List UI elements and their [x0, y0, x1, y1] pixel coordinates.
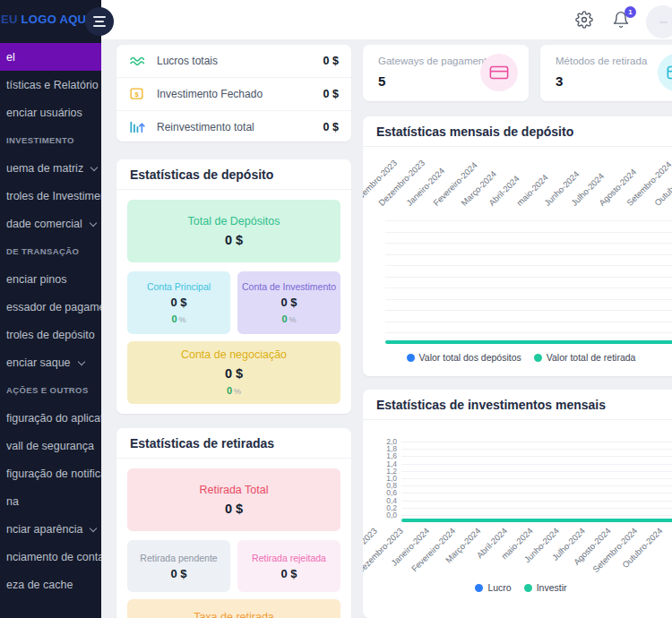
legend-label: Lucro — [487, 582, 511, 593]
totals-card: Lucros totais0 $$Investimento Fechado0 $… — [116, 45, 351, 142]
total-withdraw-box: Retirada Total 0 $ — [127, 468, 340, 531]
gateways-card: Gateways de pagamento 5 — [363, 45, 529, 101]
rejected-withdraw-value: 0 $ — [280, 567, 297, 580]
sidebar-item-label: el — [6, 51, 15, 64]
gridline — [401, 471, 672, 472]
legend-dot — [524, 584, 532, 592]
avatar-placeholder-dash — [659, 21, 668, 23]
chevron-down-icon — [77, 357, 84, 365]
deposit-stats-card: Estatísticas de depósito Total de Depósi… — [116, 159, 351, 414]
chevron-down-icon — [90, 163, 98, 170]
gridline — [385, 332, 672, 333]
sidebar-item-label: uema de matriz — [6, 162, 83, 175]
sidebar-item[interactable]: troles de Investimento — [0, 182, 101, 210]
dollar-tag-icon: $ — [129, 87, 149, 102]
sidebar-item[interactable]: nciar aparência — [0, 515, 101, 543]
gridline — [401, 464, 672, 465]
gridline — [385, 322, 672, 322]
avatar[interactable] — [646, 5, 672, 39]
sidebar-item[interactable]: tísticas e Relatório — [0, 71, 101, 99]
main-account-pct: 0% — [171, 311, 185, 325]
total-deposits-label: Total de Depósitos — [188, 215, 280, 227]
sidebar-item-label: enciar saque — [6, 356, 71, 369]
rejected-withdraw-label: Retirada rejeitada — [252, 553, 326, 563]
svg-text:$: $ — [134, 90, 139, 98]
sidebar-item-label: figuração do aplicativo — [6, 412, 101, 425]
totals-row-value: 0 $ — [323, 88, 339, 100]
gridline — [385, 310, 672, 311]
sidebar-item[interactable]: nciamento de contatos — [0, 543, 101, 571]
main-account-box: Conta Principal 0 $ 0% — [127, 271, 230, 334]
main-account-value: 0 $ — [170, 296, 186, 309]
sidebar-section-label: AÇÕES E OUTROS — [0, 376, 101, 404]
sidebar-item[interactable]: enciar pinos — [0, 265, 101, 293]
rejected-withdraw-box: Retirada rejeitada 0 $ — [237, 540, 340, 592]
sidebar-item[interactable]: essador de pagamento — [0, 293, 101, 321]
sidebar-item[interactable]: enciar usuários — [0, 99, 101, 126]
total-deposits-box: Total de Depósitos 0 $ — [127, 200, 340, 262]
sidebar-item-label: enciar pinos — [6, 273, 66, 286]
sidebar-item[interactable]: figuração de notificação — [0, 459, 101, 487]
sidebar-item-label: figuração de notificação — [6, 468, 101, 480]
sidebar-item[interactable]: el — [0, 43, 101, 71]
pending-withdraw-value: 0 $ — [170, 567, 186, 580]
pending-withdraw-box: Retirada pendente 0 $ — [127, 540, 230, 592]
total-deposits-value: 0 $ — [225, 233, 243, 247]
main-account-label: Conta Principal — [147, 281, 211, 292]
totals-row-value: 0 $ — [323, 121, 339, 133]
sidebar-item-label: na — [6, 495, 19, 508]
totals-row: Lucros totais0 $ — [116, 45, 351, 77]
gateways-value: 5 — [378, 73, 385, 89]
trading-account-value: 0 $ — [225, 366, 243, 381]
sidebar-item[interactable]: uema de matriz — [0, 154, 101, 182]
chevron-down-icon — [90, 524, 97, 531]
gridline — [401, 508, 672, 509]
gridline — [385, 243, 672, 244]
gridline — [401, 493, 672, 494]
investment-account-pct: 0% — [281, 311, 296, 325]
legend-item[interactable]: Valor total dos depósitos — [407, 352, 521, 363]
y-axis-tick: 0,0 — [372, 511, 397, 519]
trading-account-pct: 0% — [227, 382, 241, 397]
sidebar-item[interactable]: eza de cache — [0, 571, 101, 598]
gridline — [401, 501, 672, 502]
sidebar-item[interactable]: vall de segurança — [0, 432, 101, 459]
sidebar-item-label: troles de Investimento — [6, 190, 101, 202]
withdraw-fee-label: Taxa de retirada — [194, 611, 274, 618]
sidebar-item-label: troles de depósito — [6, 329, 95, 341]
sidebar-item[interactable]: troles de depósito — [0, 321, 101, 348]
logo-text: LOGO AQUI — [22, 13, 90, 26]
notifications-button[interactable]: 1 — [612, 10, 632, 30]
chart2-legend: LucroInvestir — [363, 582, 672, 593]
sidebar-item[interactable]: figuração do aplicativo — [0, 404, 101, 432]
legend-label: Valor total dos depósitos — [419, 352, 521, 363]
pending-withdraw-label: Retirada pendente — [140, 553, 217, 563]
investment-account-value: 0 $ — [280, 296, 297, 309]
sidebar-item-label: enciar usuários — [6, 107, 82, 119]
gridline — [401, 478, 672, 479]
sidebar-item[interactable]: dade comercial — [0, 210, 101, 237]
sidebar-section-label: INVESTIMENTO — [0, 126, 101, 154]
legend-dot — [475, 584, 483, 592]
gridline — [385, 265, 672, 266]
legend-item[interactable]: Lucro — [475, 582, 511, 593]
legend-item[interactable]: Investir — [524, 582, 567, 593]
withdraw-card-icon — [658, 54, 672, 91]
gridline — [385, 299, 672, 300]
settings-button[interactable] — [575, 10, 595, 30]
trend-waves-icon — [129, 54, 149, 69]
sidebar-item-label: vall de segurança — [6, 440, 94, 452]
top-header: 1 — [101, 0, 672, 39]
gridline — [385, 232, 672, 233]
monthly-investment-chart-card: Estatísticas de investimentos mensais 2,… — [363, 390, 672, 618]
methods-label: Métodos de retirada — [556, 56, 647, 66]
sidebar-toggle-button[interactable] — [85, 7, 114, 36]
sidebar-item[interactable]: na — [0, 487, 101, 515]
sidebar-item[interactable]: enciar saque — [0, 348, 101, 376]
totals-row: Reinvestimento total0 $ — [116, 110, 351, 143]
logo: EU LOGO AQUI — [1, 13, 90, 26]
investment-account-box: Conta de Investimento 0 $ 0% — [237, 271, 340, 334]
chart2-flat-line — [401, 519, 672, 522]
sidebar-item-label: nciar aparência — [6, 523, 82, 536]
legend-item[interactable]: Valor total de retirada — [534, 352, 636, 363]
